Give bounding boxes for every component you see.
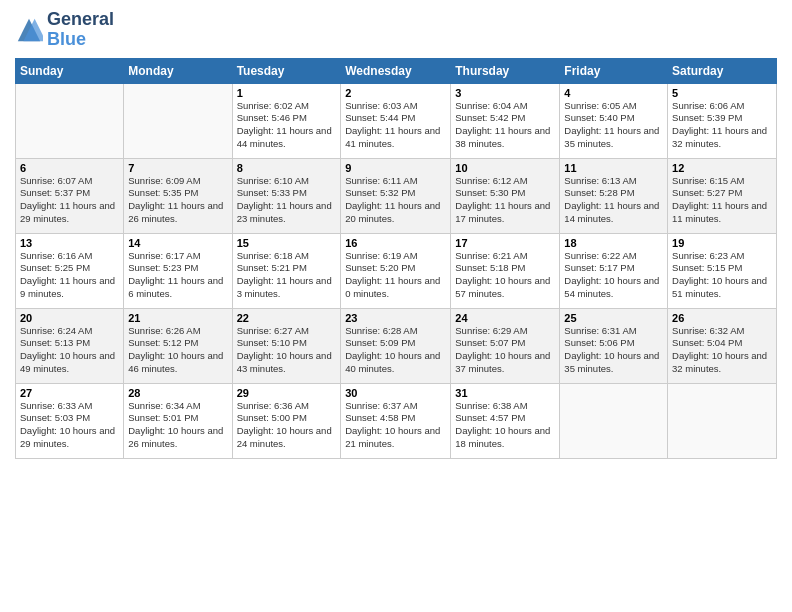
calendar-cell: 20Sunrise: 6:24 AM Sunset: 5:13 PM Dayli… <box>16 308 124 383</box>
day-info: Sunrise: 6:16 AM Sunset: 5:25 PM Dayligh… <box>20 250 119 301</box>
day-number: 2 <box>345 87 446 99</box>
day-info: Sunrise: 6:10 AM Sunset: 5:33 PM Dayligh… <box>237 175 337 226</box>
calendar-cell: 15Sunrise: 6:18 AM Sunset: 5:21 PM Dayli… <box>232 233 341 308</box>
day-info: Sunrise: 6:22 AM Sunset: 5:17 PM Dayligh… <box>564 250 663 301</box>
day-info: Sunrise: 6:02 AM Sunset: 5:46 PM Dayligh… <box>237 100 337 151</box>
calendar-cell: 6Sunrise: 6:07 AM Sunset: 5:37 PM Daylig… <box>16 158 124 233</box>
calendar-cell <box>124 83 232 158</box>
calendar-cell: 14Sunrise: 6:17 AM Sunset: 5:23 PM Dayli… <box>124 233 232 308</box>
header-thursday: Thursday <box>451 58 560 83</box>
calendar-header-row: SundayMondayTuesdayWednesdayThursdayFrid… <box>16 58 777 83</box>
day-info: Sunrise: 6:09 AM Sunset: 5:35 PM Dayligh… <box>128 175 227 226</box>
calendar-cell: 16Sunrise: 6:19 AM Sunset: 5:20 PM Dayli… <box>341 233 451 308</box>
calendar-cell: 21Sunrise: 6:26 AM Sunset: 5:12 PM Dayli… <box>124 308 232 383</box>
day-number: 1 <box>237 87 337 99</box>
calendar-cell: 28Sunrise: 6:34 AM Sunset: 5:01 PM Dayli… <box>124 383 232 458</box>
day-info: Sunrise: 6:05 AM Sunset: 5:40 PM Dayligh… <box>564 100 663 151</box>
day-info: Sunrise: 6:03 AM Sunset: 5:44 PM Dayligh… <box>345 100 446 151</box>
day-number: 3 <box>455 87 555 99</box>
day-number: 9 <box>345 162 446 174</box>
calendar-cell: 27Sunrise: 6:33 AM Sunset: 5:03 PM Dayli… <box>16 383 124 458</box>
header-friday: Friday <box>560 58 668 83</box>
day-number: 25 <box>564 312 663 324</box>
day-number: 26 <box>672 312 772 324</box>
week-row-2: 6Sunrise: 6:07 AM Sunset: 5:37 PM Daylig… <box>16 158 777 233</box>
day-number: 24 <box>455 312 555 324</box>
day-info: Sunrise: 6:12 AM Sunset: 5:30 PM Dayligh… <box>455 175 555 226</box>
day-number: 11 <box>564 162 663 174</box>
day-info: Sunrise: 6:23 AM Sunset: 5:15 PM Dayligh… <box>672 250 772 301</box>
day-info: Sunrise: 6:17 AM Sunset: 5:23 PM Dayligh… <box>128 250 227 301</box>
calendar-cell: 24Sunrise: 6:29 AM Sunset: 5:07 PM Dayli… <box>451 308 560 383</box>
calendar-cell: 23Sunrise: 6:28 AM Sunset: 5:09 PM Dayli… <box>341 308 451 383</box>
calendar-cell: 4Sunrise: 6:05 AM Sunset: 5:40 PM Daylig… <box>560 83 668 158</box>
day-number: 5 <box>672 87 772 99</box>
day-number: 4 <box>564 87 663 99</box>
calendar-cell: 13Sunrise: 6:16 AM Sunset: 5:25 PM Dayli… <box>16 233 124 308</box>
header-monday: Monday <box>124 58 232 83</box>
day-number: 31 <box>455 387 555 399</box>
day-info: Sunrise: 6:33 AM Sunset: 5:03 PM Dayligh… <box>20 400 119 451</box>
week-row-3: 13Sunrise: 6:16 AM Sunset: 5:25 PM Dayli… <box>16 233 777 308</box>
day-info: Sunrise: 6:07 AM Sunset: 5:37 PM Dayligh… <box>20 175 119 226</box>
day-number: 10 <box>455 162 555 174</box>
calendar-cell: 31Sunrise: 6:38 AM Sunset: 4:57 PM Dayli… <box>451 383 560 458</box>
day-info: Sunrise: 6:04 AM Sunset: 5:42 PM Dayligh… <box>455 100 555 151</box>
day-number: 15 <box>237 237 337 249</box>
day-number: 8 <box>237 162 337 174</box>
header-tuesday: Tuesday <box>232 58 341 83</box>
calendar-cell <box>16 83 124 158</box>
calendar-cell: 25Sunrise: 6:31 AM Sunset: 5:06 PM Dayli… <box>560 308 668 383</box>
calendar-cell: 7Sunrise: 6:09 AM Sunset: 5:35 PM Daylig… <box>124 158 232 233</box>
day-info: Sunrise: 6:15 AM Sunset: 5:27 PM Dayligh… <box>672 175 772 226</box>
calendar-cell: 2Sunrise: 6:03 AM Sunset: 5:44 PM Daylig… <box>341 83 451 158</box>
calendar-cell: 29Sunrise: 6:36 AM Sunset: 5:00 PM Dayli… <box>232 383 341 458</box>
day-info: Sunrise: 6:31 AM Sunset: 5:06 PM Dayligh… <box>564 325 663 376</box>
day-number: 29 <box>237 387 337 399</box>
day-number: 23 <box>345 312 446 324</box>
calendar-cell <box>560 383 668 458</box>
calendar-cell: 30Sunrise: 6:37 AM Sunset: 4:58 PM Dayli… <box>341 383 451 458</box>
day-info: Sunrise: 6:36 AM Sunset: 5:00 PM Dayligh… <box>237 400 337 451</box>
day-number: 13 <box>20 237 119 249</box>
day-info: Sunrise: 6:06 AM Sunset: 5:39 PM Dayligh… <box>672 100 772 151</box>
day-info: Sunrise: 6:28 AM Sunset: 5:09 PM Dayligh… <box>345 325 446 376</box>
day-number: 12 <box>672 162 772 174</box>
day-number: 6 <box>20 162 119 174</box>
calendar-cell: 17Sunrise: 6:21 AM Sunset: 5:18 PM Dayli… <box>451 233 560 308</box>
day-number: 16 <box>345 237 446 249</box>
day-info: Sunrise: 6:13 AM Sunset: 5:28 PM Dayligh… <box>564 175 663 226</box>
day-number: 30 <box>345 387 446 399</box>
day-info: Sunrise: 6:37 AM Sunset: 4:58 PM Dayligh… <box>345 400 446 451</box>
day-info: Sunrise: 6:26 AM Sunset: 5:12 PM Dayligh… <box>128 325 227 376</box>
day-info: Sunrise: 6:21 AM Sunset: 5:18 PM Dayligh… <box>455 250 555 301</box>
logo: GeneralBlue <box>15 10 114 50</box>
calendar-cell: 12Sunrise: 6:15 AM Sunset: 5:27 PM Dayli… <box>668 158 777 233</box>
calendar-cell: 3Sunrise: 6:04 AM Sunset: 5:42 PM Daylig… <box>451 83 560 158</box>
calendar-cell <box>668 383 777 458</box>
logo-icon <box>15 16 43 44</box>
day-number: 21 <box>128 312 227 324</box>
day-info: Sunrise: 6:19 AM Sunset: 5:20 PM Dayligh… <box>345 250 446 301</box>
day-number: 18 <box>564 237 663 249</box>
day-number: 28 <box>128 387 227 399</box>
day-info: Sunrise: 6:11 AM Sunset: 5:32 PM Dayligh… <box>345 175 446 226</box>
day-info: Sunrise: 6:38 AM Sunset: 4:57 PM Dayligh… <box>455 400 555 451</box>
day-number: 14 <box>128 237 227 249</box>
day-info: Sunrise: 6:32 AM Sunset: 5:04 PM Dayligh… <box>672 325 772 376</box>
calendar-cell: 1Sunrise: 6:02 AM Sunset: 5:46 PM Daylig… <box>232 83 341 158</box>
calendar-cell: 9Sunrise: 6:11 AM Sunset: 5:32 PM Daylig… <box>341 158 451 233</box>
header-wednesday: Wednesday <box>341 58 451 83</box>
day-info: Sunrise: 6:29 AM Sunset: 5:07 PM Dayligh… <box>455 325 555 376</box>
calendar-cell: 22Sunrise: 6:27 AM Sunset: 5:10 PM Dayli… <box>232 308 341 383</box>
calendar-cell: 11Sunrise: 6:13 AM Sunset: 5:28 PM Dayli… <box>560 158 668 233</box>
day-number: 20 <box>20 312 119 324</box>
week-row-4: 20Sunrise: 6:24 AM Sunset: 5:13 PM Dayli… <box>16 308 777 383</box>
day-info: Sunrise: 6:27 AM Sunset: 5:10 PM Dayligh… <box>237 325 337 376</box>
calendar-cell: 10Sunrise: 6:12 AM Sunset: 5:30 PM Dayli… <box>451 158 560 233</box>
day-number: 17 <box>455 237 555 249</box>
day-number: 22 <box>237 312 337 324</box>
calendar-cell: 5Sunrise: 6:06 AM Sunset: 5:39 PM Daylig… <box>668 83 777 158</box>
header-saturday: Saturday <box>668 58 777 83</box>
calendar-cell: 26Sunrise: 6:32 AM Sunset: 5:04 PM Dayli… <box>668 308 777 383</box>
